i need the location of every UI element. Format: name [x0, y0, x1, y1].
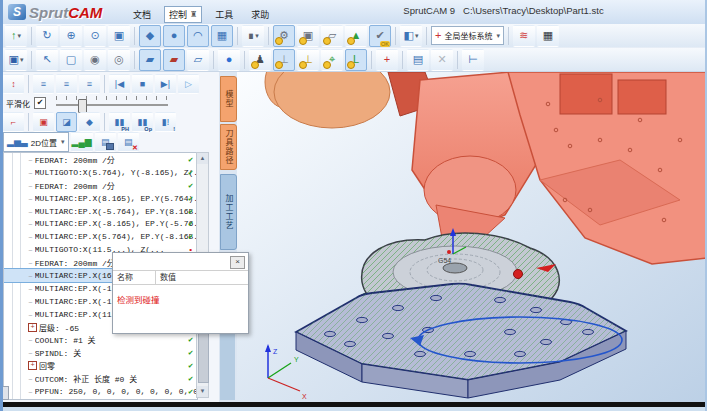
workpiece-button[interactable]: ▣: [297, 25, 319, 47]
collapse-all-button[interactable]: ≡: [33, 74, 54, 94]
save-result-button[interactable]: ▤: [95, 132, 116, 152]
menu-control[interactable]: 控制♜: [164, 6, 202, 23]
logo-mark-icon: S: [8, 4, 26, 20]
expand-all-button[interactable]: ≡: [79, 74, 100, 94]
tree-row[interactable]: –MULTIARC:EP.X(-8.165), EP.Y(-5.76...✔: [4, 217, 197, 230]
menu-file[interactable]: 文档: [128, 6, 156, 23]
sim-mode-part-button[interactable]: ◪: [56, 112, 77, 132]
sim-stop-button[interactable]: ■: [132, 74, 153, 94]
caliper-button[interactable]: ⊢: [462, 49, 484, 71]
expand-icon[interactable]: +: [28, 361, 37, 370]
sim-to-end-button[interactable]: ▶|: [155, 74, 176, 94]
scroll-up-icon[interactable]: ▲: [197, 153, 208, 164]
viewport-3d[interactable]: G54 Z Y X: [237, 72, 707, 402]
tree-row[interactable]: –CUTCOM: 补正 长度 #0 关✔: [4, 372, 197, 385]
machine-setup-button[interactable]: ⚙: [273, 25, 295, 47]
tree-row[interactable]: –COOLNT: #1 关✔: [4, 333, 197, 346]
pause-op-button[interactable]: ▮▮Op: [132, 112, 153, 132]
side-tab-1[interactable]: 模型: [220, 76, 237, 122]
collision-popup: × 名称 数值 检测到碰撞: [112, 252, 249, 334]
tool-axis-button[interactable]: ⌖: [321, 49, 343, 71]
close-icon[interactable]: ×: [230, 256, 245, 269]
tree-row[interactable]: –MULTIARC:EP.X(8.165), EP.Y(5.764)...✔: [4, 192, 197, 205]
axes-cross-button[interactable]: +: [376, 49, 398, 71]
menu-help[interactable]: 求助: [246, 6, 274, 23]
show-points-button[interactable]: ●: [163, 25, 185, 47]
select-region-button[interactable]: ▢: [60, 49, 82, 71]
holder-gold-button[interactable]: ⊥: [297, 49, 319, 71]
tree-item-label: MULTIGOTO:X(5.764), Y(-8.165), Z(...: [35, 168, 197, 177]
tree-row[interactable]: –FEDRAT: 200mm /分✔: [4, 179, 197, 192]
fit-window-button[interactable]: ▣: [108, 25, 130, 47]
workpiece-cube-button[interactable]: ◧▾: [400, 25, 422, 47]
accuracy-button[interactable]: ▂▄▆: [71, 132, 93, 152]
doc-axes-button[interactable]: ▤: [407, 49, 429, 71]
tree-line: –: [28, 194, 33, 203]
menu-tools[interactable]: 工具: [210, 6, 238, 23]
import-model-button[interactable]: ↑▾: [5, 25, 27, 47]
side-tab-2[interactable]: 刀具路径: [220, 124, 237, 170]
badge-icon: [275, 37, 283, 45]
dropdown-arrow-icon[interactable]: ▾: [255, 32, 259, 40]
check-icon: ✔: [188, 168, 193, 177]
sim-play-button[interactable]: ▷: [178, 74, 199, 94]
expand-level-button[interactable]: ≡: [56, 74, 77, 94]
slider-thumb[interactable]: [78, 99, 87, 113]
snapshot-button[interactable]: ◉: [84, 49, 106, 71]
check-icon: ✔: [188, 387, 193, 396]
part-green-button[interactable]: ▲: [345, 25, 367, 47]
dropdown-arrow-icon[interactable]: ▾: [17, 32, 21, 40]
coord-system-select[interactable]: +全局坐标系统▾: [431, 26, 504, 45]
pan-view-button[interactable]: ⊕: [60, 25, 82, 47]
simulation-mode-row: ⌐▣◪◆▮▮PH▮▮Op▮!!: [2, 112, 177, 132]
sim-to-start-button[interactable]: |◀: [109, 74, 130, 94]
dropdown-arrow-icon[interactable]: ▾: [20, 56, 24, 64]
zoom-view-button[interactable]: ⊙: [84, 25, 106, 47]
reverse-order-button[interactable]: ↕: [3, 74, 24, 94]
tree-row[interactable]: –MULTIARC:EP.X(5.764), EP.Y(-8.165...✔: [4, 230, 197, 243]
tree-row[interactable]: –PPFUN: 250, 0, 0, 0, 0, 0, 0, 0, 0, ...…: [4, 385, 197, 398]
cursor-button[interactable]: ↖: [36, 49, 58, 71]
tree-row[interactable]: –MULTIGOTO:X(5.764), Y(-8.165), Z(...✔: [4, 166, 197, 179]
save-button[interactable]: ▣▾: [5, 49, 27, 71]
pause-error-button[interactable]: ▮!!: [155, 112, 176, 132]
sim-mode-machine-button[interactable]: ◆: [79, 112, 100, 132]
bottom-padding: [0, 407, 707, 411]
fixture-button[interactable]: ▱: [321, 25, 343, 47]
robot-head-button[interactable]: ♟: [249, 49, 271, 71]
expand-icon[interactable]: +: [28, 323, 37, 332]
rotate-view-button[interactable]: ↻: [36, 25, 58, 47]
tree-row[interactable]: –FEDRAT: 200mm /分✔: [4, 153, 197, 166]
scroll-down-icon[interactable]: ▼: [197, 386, 208, 397]
show-solid-button[interactable]: ◆: [139, 25, 161, 47]
tree-row[interactable]: –SPINDL: 关✔: [4, 346, 197, 359]
sphere-view-button[interactable]: ●: [218, 49, 240, 71]
result-ok-button[interactable]: ✔OK: [369, 25, 391, 47]
surface-edge-button[interactable]: ▰: [163, 49, 185, 71]
show-mesh-button[interactable]: ▦: [211, 25, 233, 47]
surface-all-button[interactable]: ▰: [139, 49, 161, 71]
delete-result-button[interactable]: ▤✕: [118, 132, 139, 152]
snapshot-add-button[interactable]: ◎: [108, 49, 130, 71]
return-path-button[interactable]: ⌐: [3, 112, 24, 132]
tree-row[interactable]: +回零✔: [4, 359, 197, 372]
colormap-button[interactable]: ≋: [513, 25, 535, 47]
machine-panel-button[interactable]: ▦: [537, 25, 559, 47]
badge-icon: [299, 61, 307, 69]
speed-slider[interactable]: [56, 96, 168, 110]
smoothing-checkbox[interactable]: ✔: [34, 97, 46, 109]
doc-export-button[interactable]: ✕: [431, 49, 453, 71]
dropdown-arrow-icon[interactable]: ▾: [415, 32, 419, 40]
side-tab-3[interactable]: 加工工艺: [220, 174, 237, 250]
tree-row[interactable]: –MULTIARC:EP.X(-5.764), EP.Y(8.165...✔: [4, 205, 197, 218]
gcode-button[interactable]: L: [345, 49, 367, 71]
view-2d-select[interactable]: ▂▅▃2D位置▾: [3, 132, 69, 152]
sim-mode-stop-button[interactable]: ▣: [33, 112, 54, 132]
stock-cylinder-button[interactable]: ∎▾: [242, 25, 264, 47]
show-curves-button[interactable]: ◠: [187, 25, 209, 47]
dropdown-arrow-icon[interactable]: ▾: [496, 32, 500, 40]
pause-ph-button[interactable]: ▮▮PH: [109, 112, 130, 132]
dropdown-arrow-icon[interactable]: ▾: [61, 138, 65, 146]
surface-point-button[interactable]: ▱: [187, 49, 209, 71]
holder-gray-button[interactable]: ⊥: [273, 49, 295, 71]
